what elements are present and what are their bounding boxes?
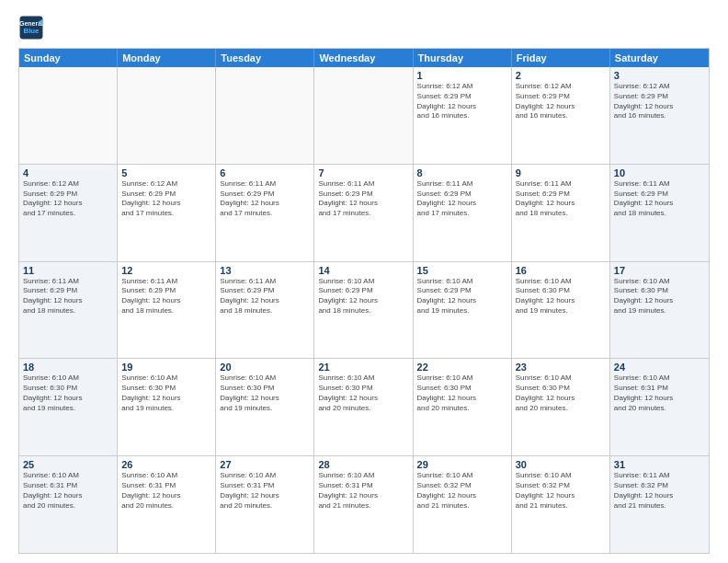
day-number: 19 bbox=[121, 362, 211, 373]
header: General Blue bbox=[18, 15, 710, 40]
day-info: Sunrise: 6:11 AM Sunset: 6:29 PM Dayligh… bbox=[516, 179, 606, 219]
day-info: Sunrise: 6:10 AM Sunset: 6:30 PM Dayligh… bbox=[417, 373, 507, 413]
day-cell-2: 2Sunrise: 6:12 AM Sunset: 6:29 PM Daylig… bbox=[512, 67, 610, 164]
day-info: Sunrise: 6:10 AM Sunset: 6:31 PM Dayligh… bbox=[23, 471, 113, 511]
day-cell-16: 16Sunrise: 6:10 AM Sunset: 6:30 PM Dayli… bbox=[512, 262, 610, 359]
week-row-5: 25Sunrise: 6:10 AM Sunset: 6:31 PM Dayli… bbox=[19, 456, 709, 553]
day-info: Sunrise: 6:10 AM Sunset: 6:30 PM Dayligh… bbox=[23, 373, 113, 413]
week-row-4: 18Sunrise: 6:10 AM Sunset: 6:30 PM Dayli… bbox=[19, 359, 709, 456]
day-number: 7 bbox=[318, 167, 408, 178]
day-cell-6: 6Sunrise: 6:11 AM Sunset: 6:29 PM Daylig… bbox=[216, 165, 314, 261]
day-number: 1 bbox=[417, 70, 507, 81]
day-number: 11 bbox=[23, 265, 113, 276]
day-number: 20 bbox=[220, 362, 310, 373]
day-cell-26: 26Sunrise: 6:10 AM Sunset: 6:31 PM Dayli… bbox=[118, 456, 216, 553]
day-cell-28: 28Sunrise: 6:10 AM Sunset: 6:31 PM Dayli… bbox=[314, 456, 413, 553]
day-number: 30 bbox=[516, 459, 606, 470]
day-cell-18: 18Sunrise: 6:10 AM Sunset: 6:30 PM Dayli… bbox=[19, 359, 118, 455]
day-info: Sunrise: 6:11 AM Sunset: 6:29 PM Dayligh… bbox=[220, 179, 310, 219]
day-info: Sunrise: 6:11 AM Sunset: 6:29 PM Dayligh… bbox=[614, 179, 705, 219]
day-cell-10: 10Sunrise: 6:11 AM Sunset: 6:29 PM Dayli… bbox=[610, 165, 709, 261]
day-info: Sunrise: 6:10 AM Sunset: 6:31 PM Dayligh… bbox=[220, 471, 310, 511]
day-info: Sunrise: 6:10 AM Sunset: 6:30 PM Dayligh… bbox=[614, 277, 705, 316]
day-info: Sunrise: 6:11 AM Sunset: 6:29 PM Dayligh… bbox=[220, 277, 310, 316]
day-info: Sunrise: 6:10 AM Sunset: 6:31 PM Dayligh… bbox=[318, 471, 408, 511]
day-cell-7: 7Sunrise: 6:11 AM Sunset: 6:29 PM Daylig… bbox=[314, 165, 413, 261]
empty-cell bbox=[216, 67, 314, 164]
header-day-tuesday: Tuesday bbox=[216, 49, 314, 67]
day-cell-14: 14Sunrise: 6:10 AM Sunset: 6:29 PM Dayli… bbox=[314, 262, 413, 359]
day-cell-19: 19Sunrise: 6:10 AM Sunset: 6:30 PM Dayli… bbox=[118, 359, 216, 455]
day-number: 18 bbox=[23, 362, 113, 373]
calendar-body: 1Sunrise: 6:12 AM Sunset: 6:29 PM Daylig… bbox=[19, 67, 709, 553]
day-cell-23: 23Sunrise: 6:10 AM Sunset: 6:30 PM Dayli… bbox=[512, 359, 610, 455]
day-info: Sunrise: 6:12 AM Sunset: 6:29 PM Dayligh… bbox=[614, 82, 705, 121]
week-row-3: 11Sunrise: 6:11 AM Sunset: 6:29 PM Dayli… bbox=[19, 262, 709, 360]
day-cell-25: 25Sunrise: 6:10 AM Sunset: 6:31 PM Dayli… bbox=[19, 456, 118, 553]
day-number: 14 bbox=[318, 265, 408, 276]
day-info: Sunrise: 6:10 AM Sunset: 6:31 PM Dayligh… bbox=[614, 373, 705, 413]
header-day-monday: Monday bbox=[118, 49, 216, 67]
day-info: Sunrise: 6:10 AM Sunset: 6:32 PM Dayligh… bbox=[516, 471, 606, 511]
header-day-sunday: Sunday bbox=[19, 49, 118, 67]
header-day-thursday: Thursday bbox=[414, 49, 512, 67]
empty-cell bbox=[19, 67, 118, 164]
day-cell-20: 20Sunrise: 6:10 AM Sunset: 6:30 PM Dayli… bbox=[216, 359, 314, 455]
day-cell-24: 24Sunrise: 6:10 AM Sunset: 6:31 PM Dayli… bbox=[610, 359, 709, 455]
day-number: 2 bbox=[516, 70, 606, 81]
day-cell-11: 11Sunrise: 6:11 AM Sunset: 6:29 PM Dayli… bbox=[19, 262, 118, 359]
day-info: Sunrise: 6:11 AM Sunset: 6:29 PM Dayligh… bbox=[417, 179, 507, 219]
logo: General Blue bbox=[18, 15, 46, 40]
day-number: 25 bbox=[23, 459, 113, 470]
day-number: 5 bbox=[121, 167, 211, 178]
day-number: 12 bbox=[121, 265, 211, 276]
day-cell-12: 12Sunrise: 6:11 AM Sunset: 6:29 PM Dayli… bbox=[118, 262, 216, 359]
day-number: 24 bbox=[614, 362, 705, 373]
day-cell-17: 17Sunrise: 6:10 AM Sunset: 6:30 PM Dayli… bbox=[610, 262, 709, 359]
day-number: 3 bbox=[614, 70, 705, 81]
day-cell-15: 15Sunrise: 6:10 AM Sunset: 6:29 PM Dayli… bbox=[414, 262, 512, 359]
day-info: Sunrise: 6:10 AM Sunset: 6:30 PM Dayligh… bbox=[121, 373, 211, 413]
svg-text:Blue: Blue bbox=[24, 27, 40, 35]
day-number: 28 bbox=[318, 459, 408, 470]
day-info: Sunrise: 6:10 AM Sunset: 6:32 PM Dayligh… bbox=[417, 471, 507, 511]
day-cell-22: 22Sunrise: 6:10 AM Sunset: 6:30 PM Dayli… bbox=[414, 359, 512, 455]
day-number: 4 bbox=[23, 167, 113, 178]
day-info: Sunrise: 6:11 AM Sunset: 6:32 PM Dayligh… bbox=[614, 471, 705, 511]
empty-cell bbox=[118, 67, 216, 164]
day-cell-29: 29Sunrise: 6:10 AM Sunset: 6:32 PM Dayli… bbox=[414, 456, 512, 553]
day-info: Sunrise: 6:10 AM Sunset: 6:30 PM Dayligh… bbox=[516, 373, 606, 413]
day-cell-4: 4Sunrise: 6:12 AM Sunset: 6:29 PM Daylig… bbox=[19, 165, 118, 261]
day-info: Sunrise: 6:10 AM Sunset: 6:29 PM Dayligh… bbox=[417, 277, 507, 316]
day-cell-3: 3Sunrise: 6:12 AM Sunset: 6:29 PM Daylig… bbox=[610, 67, 709, 164]
week-row-1: 1Sunrise: 6:12 AM Sunset: 6:29 PM Daylig… bbox=[19, 67, 709, 165]
header-day-saturday: Saturday bbox=[610, 49, 709, 67]
day-number: 17 bbox=[614, 265, 705, 276]
day-cell-1: 1Sunrise: 6:12 AM Sunset: 6:29 PM Daylig… bbox=[414, 67, 512, 164]
day-number: 23 bbox=[516, 362, 606, 373]
day-number: 6 bbox=[220, 167, 310, 178]
day-cell-9: 9Sunrise: 6:11 AM Sunset: 6:29 PM Daylig… bbox=[512, 165, 610, 261]
day-cell-27: 27Sunrise: 6:10 AM Sunset: 6:31 PM Dayli… bbox=[216, 456, 314, 553]
day-number: 15 bbox=[417, 265, 507, 276]
day-cell-30: 30Sunrise: 6:10 AM Sunset: 6:32 PM Dayli… bbox=[512, 456, 610, 553]
page: General Blue SundayMondayTuesdayWednesda… bbox=[0, 0, 728, 563]
day-number: 9 bbox=[516, 167, 606, 178]
day-number: 27 bbox=[220, 459, 310, 470]
day-number: 22 bbox=[417, 362, 507, 373]
day-number: 16 bbox=[516, 265, 606, 276]
day-number: 21 bbox=[318, 362, 408, 373]
empty-cell bbox=[314, 67, 413, 164]
header-day-wednesday: Wednesday bbox=[314, 49, 413, 67]
day-info: Sunrise: 6:12 AM Sunset: 6:29 PM Dayligh… bbox=[516, 82, 606, 121]
day-info: Sunrise: 6:10 AM Sunset: 6:30 PM Dayligh… bbox=[220, 373, 310, 413]
day-number: 26 bbox=[121, 459, 211, 470]
day-info: Sunrise: 6:10 AM Sunset: 6:31 PM Dayligh… bbox=[121, 471, 211, 511]
day-info: Sunrise: 6:10 AM Sunset: 6:30 PM Dayligh… bbox=[516, 277, 606, 316]
day-info: Sunrise: 6:12 AM Sunset: 6:29 PM Dayligh… bbox=[417, 82, 507, 121]
logo-icon: General Blue bbox=[18, 15, 44, 40]
day-number: 31 bbox=[614, 459, 705, 470]
day-cell-31: 31Sunrise: 6:11 AM Sunset: 6:32 PM Dayli… bbox=[610, 456, 709, 553]
day-number: 8 bbox=[417, 167, 507, 178]
day-cell-8: 8Sunrise: 6:11 AM Sunset: 6:29 PM Daylig… bbox=[414, 165, 512, 261]
